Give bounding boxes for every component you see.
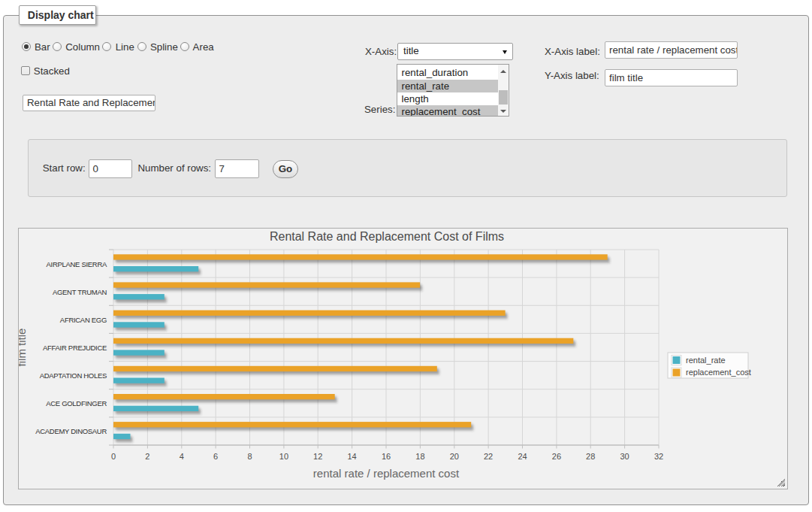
svg-text:14: 14 <box>347 452 356 461</box>
svg-text:10: 10 <box>279 452 288 461</box>
svg-text:AFFAIR PREJUDICE: AFFAIR PREJUDICE <box>43 344 107 352</box>
svg-text:16: 16 <box>382 452 391 461</box>
svg-text:24: 24 <box>518 452 527 461</box>
svg-text:2: 2 <box>145 452 149 461</box>
svg-text:ACE GOLDFINGER: ACE GOLDFINGER <box>46 399 107 407</box>
svg-text:0: 0 <box>111 452 116 461</box>
svg-text:AIRPLANE SIERRA: AIRPLANE SIERRA <box>47 260 107 268</box>
svg-text:28: 28 <box>586 452 595 461</box>
svg-text:22: 22 <box>484 452 493 461</box>
svg-text:film title: film title <box>19 329 28 367</box>
svg-text:ADAPTATION HOLES: ADAPTATION HOLES <box>40 371 107 380</box>
svg-text:20: 20 <box>450 452 459 461</box>
svg-text:6: 6 <box>213 452 218 461</box>
svg-text:AGENT TRUMAN: AGENT TRUMAN <box>53 288 107 296</box>
svg-text:8: 8 <box>247 452 252 461</box>
svg-text:32: 32 <box>654 452 663 461</box>
svg-text:rental rate / replacement cost: rental rate / replacement cost <box>313 467 460 480</box>
svg-text:4: 4 <box>180 452 184 461</box>
svg-text:Rental Rate and Replacement Co: Rental Rate and Replacement Cost of Film… <box>270 230 504 243</box>
svg-text:replacement_cost: replacement_cost <box>686 368 751 377</box>
svg-text:18: 18 <box>415 452 424 461</box>
svg-text:AFRICAN EGG: AFRICAN EGG <box>60 316 107 324</box>
svg-text:12: 12 <box>313 452 322 461</box>
svg-text:rental_rate: rental_rate <box>686 356 726 365</box>
svg-text:26: 26 <box>552 452 561 461</box>
svg-text:ACADEMY DINOSAUR: ACADEMY DINOSAUR <box>35 427 107 435</box>
svg-text:30: 30 <box>620 452 629 461</box>
